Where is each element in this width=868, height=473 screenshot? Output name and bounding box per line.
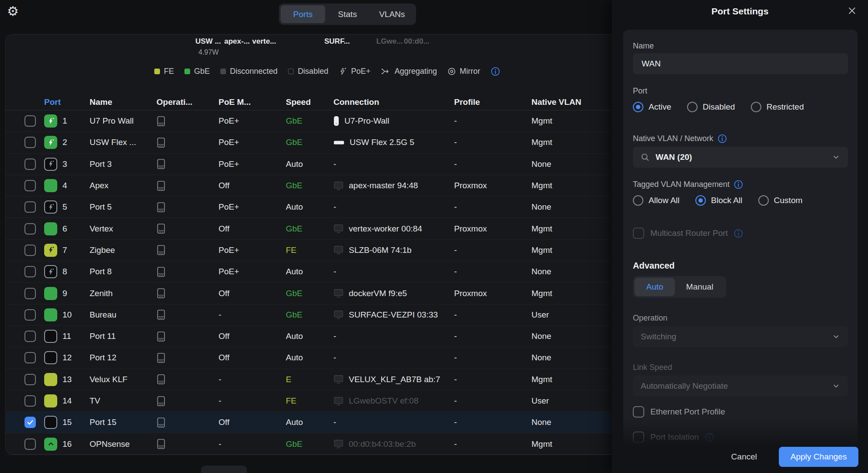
- connection-cell: -: [333, 418, 454, 427]
- switching-operation-icon: [156, 158, 219, 170]
- row-checkbox[interactable]: [24, 438, 36, 450]
- row-checkbox[interactable]: [24, 352, 36, 363]
- row-checkbox[interactable]: [24, 331, 36, 342]
- radio-block-all[interactable]: Block All: [695, 195, 743, 206]
- column-header-operation[interactable]: Operati...: [156, 97, 219, 107]
- row-checkbox[interactable]: [24, 417, 36, 428]
- row-checkbox[interactable]: [24, 223, 36, 235]
- panel-footer: Cancel Apply Changes: [612, 418, 868, 473]
- port-name: Zigbee: [90, 245, 156, 255]
- settings-gear-icon[interactable]: ⚙: [7, 3, 19, 19]
- profile: Proxmox: [454, 181, 531, 190]
- radio-dot[interactable]: [751, 102, 761, 112]
- apply-changes-button[interactable]: Apply Changes: [779, 447, 858, 467]
- radio-dot[interactable]: [633, 195, 643, 206]
- native-vlan-select[interactable]: WAN (20): [633, 147, 848, 168]
- link-speed-label: Link Speed: [633, 363, 848, 372]
- tab-ports[interactable]: Ports: [281, 5, 325, 23]
- info-icon[interactable]: [718, 134, 727, 143]
- row-checkbox[interactable]: [24, 137, 36, 148]
- connection-cell: SLZB-06M 74:1b: [333, 245, 454, 255]
- legend-info-icon[interactable]: [491, 67, 500, 76]
- info-icon: [734, 229, 743, 238]
- port-status-icon: [44, 136, 57, 149]
- connection-name: LGwebOSTV ef:08: [349, 396, 418, 406]
- close-icon[interactable]: [847, 6, 857, 15]
- radio-dot[interactable]: [633, 102, 643, 112]
- row-checkbox[interactable]: [24, 201, 36, 213]
- tab-stats[interactable]: Stats: [325, 5, 370, 23]
- device-pc-icon: [333, 397, 344, 406]
- radio-dot[interactable]: [687, 102, 698, 112]
- name-input[interactable]: WAN: [633, 53, 848, 74]
- tab-vlans[interactable]: VLANs: [370, 5, 414, 23]
- legend-poe: PoE+: [339, 67, 371, 76]
- port-name: Port 3: [90, 159, 156, 169]
- row-checkbox[interactable]: [24, 374, 36, 385]
- cancel-button[interactable]: Cancel: [729, 447, 760, 467]
- radio-custom[interactable]: Custom: [758, 195, 802, 206]
- radio-dot[interactable]: [758, 195, 769, 206]
- port-status-icon: [44, 394, 57, 407]
- mode-auto[interactable]: Auto: [635, 278, 675, 296]
- switching-operation-icon: [156, 331, 219, 342]
- row-checkbox[interactable]: [24, 395, 36, 407]
- diagram-device-label: apex-...: [224, 37, 250, 46]
- operation-label: Operation: [633, 314, 848, 323]
- port-status-icon: [44, 438, 57, 451]
- radio-dot[interactable]: [695, 195, 706, 206]
- poe-mode: Off: [219, 331, 286, 341]
- port-state-label: Port: [633, 86, 848, 96]
- column-header-speed[interactable]: Speed: [286, 97, 333, 107]
- connection-cell: USW Flex 2.5G 5: [333, 138, 454, 147]
- checkbox[interactable]: [633, 406, 644, 418]
- profile: -: [454, 331, 531, 341]
- profile: -: [454, 116, 531, 126]
- profile: -: [454, 245, 531, 255]
- radio-disabled[interactable]: Disabled: [687, 102, 735, 112]
- speed: GbE: [286, 116, 333, 126]
- column-header-profile[interactable]: Profile: [454, 97, 531, 107]
- row-checkbox[interactable]: [24, 309, 36, 321]
- connection-cell: SURFACE-VEZPI 03:33: [333, 310, 454, 320]
- tagged-vlan-radio-group: Allow All Block All Custom: [633, 195, 848, 206]
- row-checkbox[interactable]: [24, 245, 36, 256]
- row-checkbox[interactable]: [24, 180, 36, 191]
- operation-value: Switching: [641, 332, 826, 342]
- port-name: Port 15: [90, 418, 156, 427]
- switching-operation-icon: [156, 352, 219, 364]
- port-status-icon: [44, 416, 57, 429]
- port-number: 9: [62, 289, 90, 298]
- tagged-vlan-label: Tagged VLAN Management: [633, 180, 848, 189]
- column-header-connection[interactable]: Connection: [333, 97, 454, 107]
- column-header-port[interactable]: Port: [44, 97, 90, 107]
- switching-operation-icon: [156, 180, 219, 192]
- link-speed-select[interactable]: Automatically Negotiate: [633, 376, 848, 397]
- poe-mode: PoE+: [219, 245, 286, 255]
- radio-restricted[interactable]: Restricted: [751, 102, 804, 112]
- multicast-router-port-checkbox[interactable]: Multicast Router Port: [633, 228, 848, 239]
- ethernet-port-profile-checkbox[interactable]: Ethernet Port Profile: [633, 406, 848, 418]
- row-checkbox[interactable]: [24, 288, 36, 299]
- mode-manual[interactable]: Manual: [675, 278, 725, 296]
- show-more-button-partial[interactable]: [201, 466, 247, 473]
- row-checkbox[interactable]: [24, 115, 36, 127]
- column-header-poe-mode[interactable]: PoE M...: [219, 97, 286, 107]
- poe-mode: -: [219, 396, 286, 406]
- column-header-name[interactable]: Name: [90, 97, 156, 107]
- checkbox[interactable]: [633, 228, 644, 239]
- port-number: 8: [62, 267, 90, 276]
- fe-swatch-icon: [154, 69, 160, 74]
- speed: Auto: [286, 418, 333, 427]
- port-name: Port 8: [90, 267, 156, 276]
- radio-active[interactable]: Active: [633, 102, 671, 112]
- connection-cell: -: [333, 267, 454, 276]
- port-number: 10: [62, 310, 90, 320]
- row-checkbox[interactable]: [24, 266, 36, 277]
- row-checkbox[interactable]: [24, 159, 36, 170]
- speed: FE: [286, 245, 333, 255]
- port-number: 11: [62, 331, 90, 341]
- info-icon[interactable]: [734, 180, 743, 189]
- radio-allow-all[interactable]: Allow All: [633, 195, 680, 206]
- operation-select[interactable]: Switching: [633, 326, 848, 347]
